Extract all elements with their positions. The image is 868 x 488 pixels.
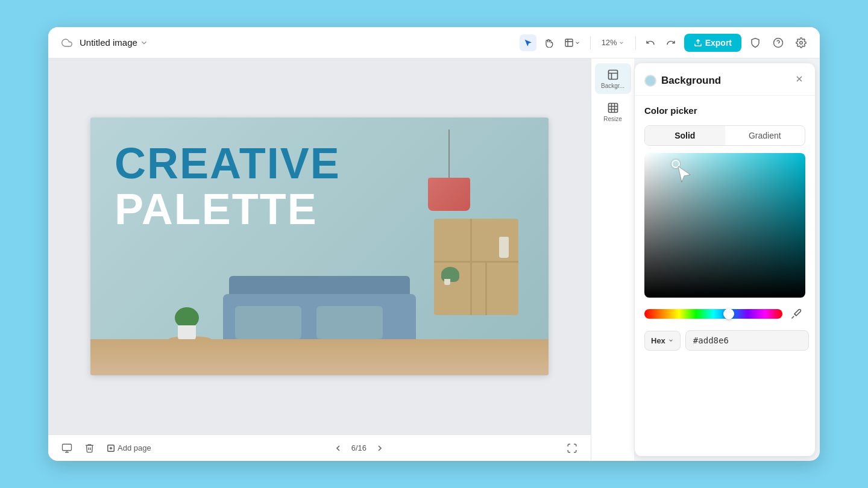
trash-icon [84, 443, 95, 453]
page-total: 16 [358, 443, 366, 452]
sofa [223, 270, 416, 342]
shelves [434, 219, 518, 315]
help-btn[interactable] [769, 34, 787, 52]
background-panel: Background Color picker Solid Gradient [634, 63, 815, 456]
export-icon [694, 39, 702, 47]
eyedropper-btn[interactable] [787, 305, 805, 323]
fullscreen-icon [567, 443, 577, 454]
cursor-icon [523, 38, 533, 48]
canvas-image-inner: CREATIVE PALETTE [90, 117, 549, 375]
settings-btn[interactable] [792, 34, 810, 52]
chevron-left-icon [333, 443, 343, 453]
hue-thumb [723, 308, 734, 319]
fullscreen-btn[interactable] [563, 439, 581, 457]
bottom-left-tools: Add page [58, 439, 155, 457]
solid-tab[interactable]: Solid [645, 126, 725, 145]
svg-rect-0 [565, 39, 573, 46]
room-floor [90, 339, 549, 375]
prev-page-btn[interactable] [330, 440, 347, 457]
svg-point-2 [800, 41, 803, 44]
divider [590, 36, 591, 49]
toolbar-center: 12% [520, 34, 679, 51]
zoom-control-btn[interactable]: 12% [597, 36, 629, 49]
lamp-cord [448, 130, 450, 178]
chevron-down-icon [140, 39, 148, 47]
frame-chevron-icon [574, 40, 580, 46]
background-tool-btn[interactable]: Backgr... [595, 63, 631, 94]
export-btn[interactable]: Export [684, 34, 741, 52]
redo-icon [666, 38, 676, 48]
undo-icon [646, 38, 655, 48]
creative-text: CREATIVE PALETTE [115, 142, 341, 231]
chevron-right-icon [375, 443, 385, 453]
undo-btn[interactable] [642, 34, 659, 51]
background-icon [607, 69, 619, 81]
page-icon [61, 443, 72, 454]
next-page-btn[interactable] [371, 440, 388, 457]
background-tool-label: Backgr... [601, 83, 624, 89]
close-icon [794, 74, 804, 84]
panel-color-dot [644, 75, 656, 87]
hue-slider-container [644, 305, 805, 323]
hue-slider[interactable] [644, 309, 782, 319]
add-page-btn[interactable]: Add page [103, 440, 155, 456]
bottom-right [563, 439, 581, 457]
shield-icon [750, 37, 761, 48]
zoom-chevron-icon [618, 40, 624, 46]
add-page-icon [107, 444, 115, 452]
hex-format-label: Hex [651, 336, 665, 345]
hand-tool-btn[interactable] [540, 34, 557, 51]
panel-header: Background [635, 63, 815, 96]
canvas-image[interactable]: CREATIVE PALETTE [90, 117, 549, 375]
canvas-area: CREATIVE PALETTE [48, 58, 591, 461]
plant-pot [178, 325, 196, 340]
color-gradient-picker[interactable] [644, 153, 805, 298]
creative-line2: PALETTE [115, 187, 341, 231]
svg-rect-8 [608, 104, 617, 113]
divider2 [635, 36, 636, 49]
resize-tool-icon [606, 101, 620, 114]
page-current: 6 [351, 443, 356, 452]
panel-header-left: Background [644, 75, 721, 87]
page-indicator: 6/16 [351, 443, 366, 452]
plant [175, 307, 199, 340]
help-icon [773, 37, 784, 48]
hex-input[interactable] [685, 330, 809, 351]
canvas-content: CREATIVE PALETTE [48, 58, 591, 434]
sofa-cushion1 [235, 306, 301, 339]
creative-line1: CREATIVE [115, 142, 341, 185]
redo-btn[interactable] [662, 34, 679, 51]
toolbar: Untitled image [48, 27, 820, 58]
hex-format-selector[interactable]: Hex [644, 331, 681, 351]
frame-tool-btn[interactable] [561, 34, 584, 51]
background-tool-icon [606, 68, 620, 81]
toolbar-right: Export [684, 34, 810, 52]
hand-icon [544, 38, 553, 48]
resize-tool-btn[interactable]: Resize [595, 96, 631, 127]
color-type-tabs: Solid Gradient [644, 125, 805, 146]
page-navigation: 6/16 [330, 440, 388, 457]
hex-chevron-icon [668, 337, 674, 343]
page-settings-btn[interactable] [58, 439, 76, 457]
add-page-label: Add page [118, 443, 151, 452]
svg-rect-7 [608, 70, 617, 80]
lamp-shade [428, 178, 470, 211]
lamp [428, 130, 470, 211]
side-tools-panel: Backgr... Resize [591, 58, 634, 461]
file-icon-btn[interactable] [58, 34, 76, 52]
color-picker-cursor [671, 160, 680, 168]
toolbar-left: Untitled image [58, 34, 515, 52]
delete-btn[interactable] [81, 439, 98, 457]
canvas-bottom: Add page 6/16 [48, 434, 591, 461]
gradient-tab[interactable]: Gradient [725, 126, 805, 145]
file-title: Untitled image [80, 37, 148, 48]
eyedropper-icon [791, 308, 802, 319]
app-window: Untitled image [48, 27, 820, 461]
main-area: CREATIVE PALETTE [48, 58, 820, 461]
sofa-body [223, 294, 416, 342]
panel-close-btn[interactable] [793, 73, 805, 88]
shield-btn[interactable] [746, 34, 764, 52]
title-text: Untitled image [80, 37, 137, 48]
select-tool-btn[interactable] [520, 34, 536, 51]
export-label: Export [705, 38, 732, 48]
